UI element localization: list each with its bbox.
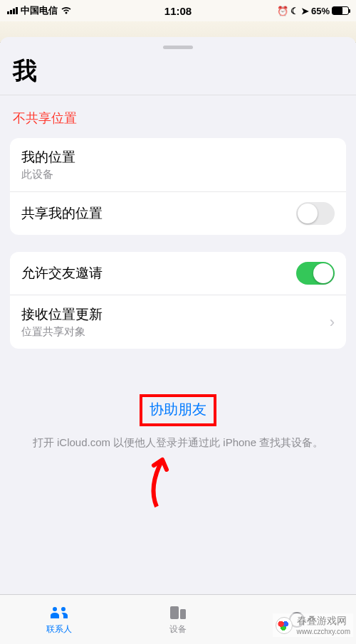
- receive-updates-sub: 位置共享对象: [21, 325, 103, 339]
- status-right: ⏰ ☾ ➤ 65%: [277, 6, 349, 16]
- watermark: 春叠游戏网 www.czchxy.com: [273, 613, 353, 637]
- tab-contacts-label: 联系人: [46, 623, 72, 635]
- tab-devices[interactable]: 设备: [119, 595, 238, 644]
- watermark-url: www.czchxy.com: [297, 628, 350, 635]
- allow-requests-toggle[interactable]: [296, 262, 335, 285]
- watermark-text: 春叠游戏网: [297, 615, 350, 628]
- receive-updates-label: 接收位置更新: [21, 305, 103, 324]
- tab-devices-label: 设备: [169, 623, 187, 635]
- page-title: 我: [0, 55, 356, 95]
- friends-settings-group: 允许交友邀请 接收位置更新 位置共享对象 ›: [10, 252, 346, 349]
- location-icon: ➤: [301, 6, 309, 16]
- share-location-cell: 共享我的位置: [10, 191, 346, 235]
- allow-requests-label: 允许交友邀请: [21, 264, 103, 283]
- chevron-right-icon: ›: [324, 313, 335, 332]
- moon-icon: ☾: [290, 6, 299, 16]
- annotation-arrow-icon: [135, 451, 178, 508]
- help-friend-link[interactable]: 协助朋友: [150, 401, 206, 417]
- svg-rect-1: [180, 609, 186, 619]
- my-location-cell[interactable]: 我的位置 此设备: [10, 138, 346, 191]
- devices-icon: [169, 603, 187, 622]
- battery-icon: [332, 6, 349, 15]
- allow-requests-cell: 允许交友邀请: [10, 252, 346, 295]
- signal-icon: [7, 7, 18, 14]
- me-sheet: 我 不共享位置 我的位置 此设备 共享我的位置 允许交友邀请 接收位置更新 位置…: [0, 37, 356, 644]
- annotation-highlight-box: 协助朋友: [140, 394, 216, 426]
- status-left: 中国电信: [7, 4, 72, 17]
- receive-updates-cell[interactable]: 接收位置更新 位置共享对象 ›: [10, 295, 346, 349]
- people-icon: [49, 603, 69, 622]
- status-time: 11:08: [164, 5, 192, 17]
- alarm-icon: ⏰: [277, 6, 288, 16]
- my-location-sub: 此设备: [21, 168, 75, 181]
- carrier-label: 中国电信: [21, 4, 58, 17]
- svg-rect-0: [170, 606, 179, 619]
- help-friend-section: 协助朋友 打开 iCloud.com 以便他人登录并通过此 iPhone 查找其…: [0, 366, 356, 450]
- wifi-icon: [61, 6, 72, 15]
- watermark-logo-icon: [276, 617, 293, 634]
- tab-contacts[interactable]: 联系人: [0, 595, 119, 644]
- location-settings-group: 我的位置 此设备 共享我的位置: [10, 138, 346, 235]
- battery-pct: 65%: [311, 6, 330, 16]
- my-location-label: 我的位置: [21, 148, 75, 167]
- not-sharing-label: 不共享位置: [0, 95, 356, 138]
- share-location-label: 共享我的位置: [21, 204, 103, 223]
- sheet-grabber[interactable]: [163, 46, 193, 49]
- share-location-toggle[interactable]: [296, 202, 335, 225]
- status-bar: 中国电信 11:08 ⏰ ☾ ➤ 65%: [0, 0, 356, 21]
- help-friend-desc: 打开 iCloud.com 以便他人登录并通过此 iPhone 查找其设备。: [28, 435, 328, 450]
